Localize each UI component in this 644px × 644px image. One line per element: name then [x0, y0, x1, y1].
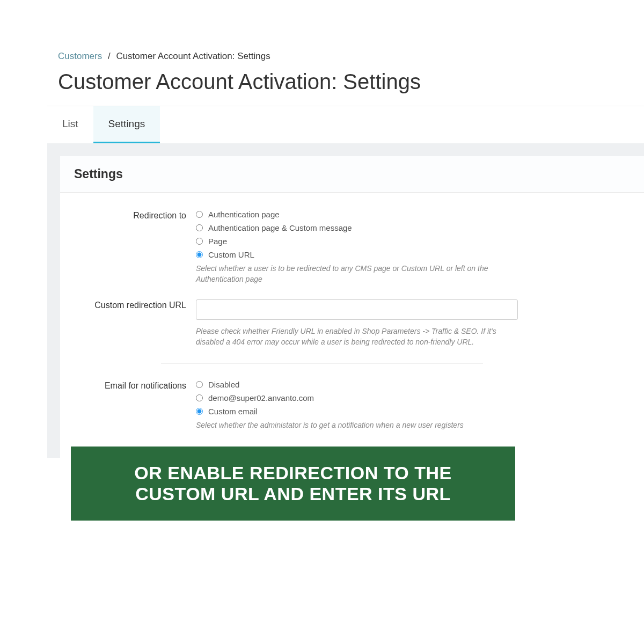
email-option-label: Disabled	[208, 380, 239, 389]
redirection-help: Select whether a user is to be redirecte…	[196, 264, 507, 284]
email-option-label: demo@super02.anvanto.com	[208, 393, 314, 402]
redirection-radio-page[interactable]	[196, 238, 203, 245]
redirection-radio-auth-msg[interactable]	[196, 224, 203, 231]
settings-panel: Settings Redirection to Authentication p…	[60, 156, 644, 458]
section-divider	[161, 363, 483, 364]
custom-url-help: Please check whether Friendly URL in ena…	[196, 326, 507, 347]
tab-list[interactable]: List	[47, 106, 93, 143]
breadcrumb-current: Customer Account Activation: Settings	[116, 51, 270, 61]
redirection-radio-auth[interactable]	[196, 211, 203, 218]
instruction-banner: OR ENABLE REDIRECTION TO THE CUSTOM URL …	[71, 447, 515, 521]
tab-settings[interactable]: Settings	[93, 106, 160, 143]
email-radio-demo[interactable]	[196, 394, 203, 401]
custom-url-input[interactable]	[196, 299, 518, 320]
tabs: List Settings	[47, 106, 644, 143]
redirection-option-auth-msg[interactable]: Authentication page & Custom message	[196, 223, 629, 232]
custom-url-label: Custom redirection URL	[75, 299, 196, 347]
email-help: Select whether the administator is to ge…	[196, 420, 507, 431]
panel-header: Settings	[60, 156, 644, 193]
redirection-option-custom-url[interactable]: Custom URL	[196, 250, 629, 259]
email-radio-custom[interactable]	[196, 408, 203, 415]
breadcrumb: Customers / Customer Account Activation:…	[58, 51, 644, 62]
email-option-demo[interactable]: demo@super02.anvanto.com	[196, 393, 629, 402]
panel-heading: Settings	[74, 167, 630, 181]
email-option-disabled[interactable]: Disabled	[196, 380, 629, 389]
redirection-option-label: Authentication page	[208, 210, 280, 219]
page-title: Customer Account Activation: Settings	[58, 70, 644, 94]
email-option-label: Custom email	[208, 407, 258, 416]
breadcrumb-separator: /	[108, 51, 111, 61]
breadcrumb-parent[interactable]: Customers	[58, 51, 102, 61]
redirection-option-label: Page	[208, 237, 227, 246]
email-label: Email for notifications	[75, 380, 196, 431]
redirection-option-page[interactable]: Page	[196, 237, 629, 246]
redirection-option-label: Authentication page & Custom message	[208, 223, 352, 232]
redirection-radio-custom-url[interactable]	[196, 251, 203, 258]
email-option-custom[interactable]: Custom email	[196, 407, 629, 416]
email-radio-disabled[interactable]	[196, 381, 203, 388]
redirection-label: Redirection to	[75, 210, 196, 284]
redirection-option-label: Custom URL	[208, 250, 254, 259]
redirection-option-auth[interactable]: Authentication page	[196, 210, 629, 219]
